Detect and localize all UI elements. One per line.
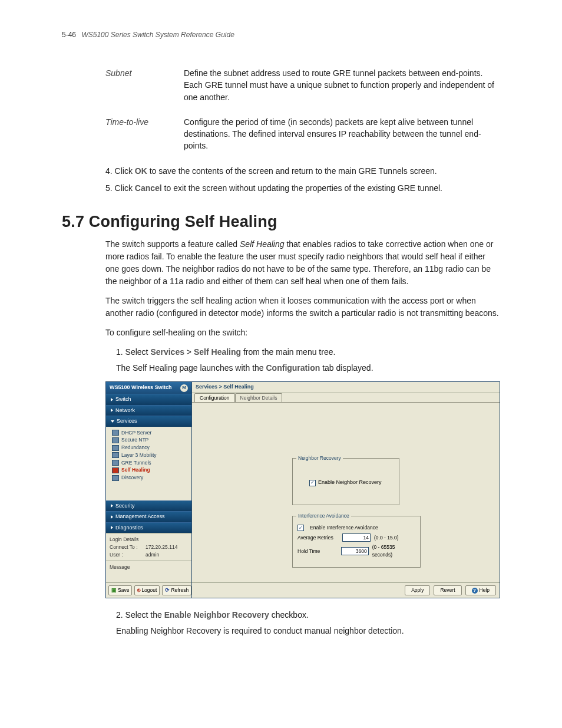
chevron-right-icon <box>111 526 113 529</box>
brand-text: WS5100 Wireless Switch <box>110 384 171 392</box>
paragraph-1: The switch supports a feature called Sel… <box>105 238 500 288</box>
hold-time-label: Hold Time <box>297 548 338 555</box>
def-term: Subnet <box>105 67 184 103</box>
paragraph-2: The switch triggers the self healing act… <box>105 295 500 319</box>
nav-services[interactable]: Services <box>106 416 191 427</box>
running-header: 5-46 WS5100 Series Switch System Referen… <box>62 31 500 39</box>
chevron-down-icon <box>111 420 114 423</box>
revert-button[interactable]: Revert <box>434 585 461 595</box>
refresh-icon: ⟳ <box>165 587 170 594</box>
page: 5-46 WS5100 Series Switch System Referen… <box>0 0 562 728</box>
hold-time-range: (0 - 65535 seconds) <box>372 543 415 559</box>
step-list-a: 4. Click OK to save the contents of the … <box>105 165 500 195</box>
nav-mgmt[interactable]: Management Access <box>106 511 191 522</box>
save-button[interactable]: ▣Save <box>108 585 132 595</box>
tree-redundancy[interactable]: Redundancy <box>112 444 189 452</box>
tree-dhcp[interactable]: DHCP Server <box>112 429 189 437</box>
tree-l3mobility[interactable]: Layer 3 Mobility <box>112 452 189 459</box>
tree-gre[interactable]: GRE Tunnels <box>112 459 189 467</box>
clock-icon <box>112 437 119 443</box>
def-desc: Define the subnet address used to route … <box>184 67 500 103</box>
enable-interference-avoidance-checkbox[interactable]: ✓ <box>297 525 304 531</box>
body-text: The switch supports a feature called Sel… <box>105 238 500 637</box>
checkbox-label: Enable Interference Avoidance <box>310 524 378 532</box>
definition-list: Subnet Define the subnet address used to… <box>105 67 500 152</box>
step-5: 5. Click Cancel to exit the screen witho… <box>105 182 500 195</box>
brand-bar: WS5100 Wireless Switch M <box>106 382 191 394</box>
mobility-icon <box>112 452 119 458</box>
chevron-right-icon <box>111 504 113 508</box>
breadcrumb: Services > Self Healing <box>192 382 500 393</box>
interference-avoidance-group: Interference Avoidance ✓ Enable Interfer… <box>292 516 421 568</box>
help-icon: ? <box>472 588 478 594</box>
tree-discovery[interactable]: Discovery <box>112 474 189 482</box>
chevron-right-icon <box>111 515 113 519</box>
enable-neighbor-recovery-checkbox[interactable]: ✓ <box>309 480 316 486</box>
login-title: Login Details <box>110 536 188 543</box>
tab-bar: Configuration Neighbor Details <box>192 393 500 403</box>
message-panel: Message <box>106 561 191 582</box>
page-number: 5-46 <box>62 31 76 39</box>
services-subtree: DHCP Server Secure NTP Redundancy Layer … <box>106 427 191 484</box>
discovery-icon <box>112 475 119 481</box>
def-ttl: Time-to-live Configure the period of tim… <box>105 116 500 152</box>
step-2-sub: Enabling Neighbor Recovery is required t… <box>116 625 500 637</box>
brand-logo-icon: M <box>180 384 188 392</box>
save-icon: ▣ <box>111 587 117 594</box>
group-legend: Neighbor Recovery <box>296 454 343 462</box>
cancel-keyword: Cancel <box>135 183 162 193</box>
tab-configuration[interactable]: Configuration <box>194 393 235 403</box>
app-screenshot: WS5100 Wireless Switch M Switch Network … <box>105 381 500 598</box>
login-host: 172.20.25.114 <box>146 543 177 551</box>
tab-neighbor-details[interactable]: Neighbor Details <box>235 393 283 403</box>
ok-keyword: OK <box>135 166 147 176</box>
self-healing-term: Self Healing <box>240 239 285 249</box>
tree-self-healing[interactable]: Self Healing <box>112 466 189 474</box>
apply-button[interactable]: Apply <box>405 585 430 595</box>
chevron-right-icon <box>111 409 113 412</box>
step-1-sub: The Self Healing page launches with the … <box>116 362 500 374</box>
step-4: 4. Click OK to save the contents of the … <box>105 165 500 178</box>
doc-title: WS5100 Series Switch System Reference Gu… <box>81 31 234 39</box>
action-bar: Apply Revert ?Help <box>192 582 500 598</box>
nav-diag[interactable]: Diagnostics <box>106 522 191 533</box>
nav-security[interactable]: Security <box>106 500 191 512</box>
tree-ntp[interactable]: Secure NTP <box>112 436 189 444</box>
help-button[interactable]: ?Help <box>465 585 496 595</box>
content-area: Neighbor Recovery ✓ Enable Neighbor Reco… <box>192 402 500 582</box>
redundancy-icon <box>112 445 119 451</box>
logout-button[interactable]: ⎋Logout <box>134 585 160 595</box>
chevron-right-icon <box>111 398 113 401</box>
server-icon <box>112 430 119 436</box>
login-panel: Login Details Connect To :172.20.25.114 … <box>106 533 191 561</box>
hold-time-input[interactable]: 3600 <box>341 547 369 555</box>
tunnel-icon <box>112 460 119 466</box>
checkbox-label: Enable Neighbor Recovery <box>318 479 382 487</box>
refresh-button[interactable]: ⟳Refresh <box>162 585 191 595</box>
avg-retries-label: Average Retries <box>297 534 339 542</box>
nav-switch[interactable]: Switch <box>106 394 191 405</box>
main-pane: Services > Self Healing Configuration Ne… <box>192 382 500 598</box>
group-legend: Interference Avoidance <box>296 512 351 520</box>
def-subnet: Subnet Define the subnet address used to… <box>105 67 500 103</box>
avg-retries-range: (0.0 - 15.0) <box>374 534 399 542</box>
sidebar: WS5100 Wireless Switch M Switch Network … <box>106 382 192 598</box>
sidebar-buttons: ▣Save ⎋Logout ⟳Refresh <box>106 582 191 598</box>
def-desc: Configure the period of time (in seconds… <box>184 116 500 152</box>
nav-network[interactable]: Network <box>106 405 191 416</box>
heal-icon <box>112 467 119 473</box>
neighbor-recovery-group: Neighbor Recovery ✓ Enable Neighbor Reco… <box>292 458 399 505</box>
section-heading: 5.7 Configuring Self Healing <box>62 213 500 231</box>
step-2: 2. Select the Enable Neighbor Recovery c… <box>116 609 500 621</box>
avg-retries-input[interactable]: 14 <box>342 533 371 542</box>
step-1: 1. Select Services > Self Healing from t… <box>116 346 500 358</box>
login-user: admin <box>146 551 159 559</box>
paragraph-3: To configure self-healing on the switch: <box>105 327 500 339</box>
logout-icon: ⎋ <box>137 587 140 594</box>
def-term: Time-to-live <box>105 116 184 152</box>
